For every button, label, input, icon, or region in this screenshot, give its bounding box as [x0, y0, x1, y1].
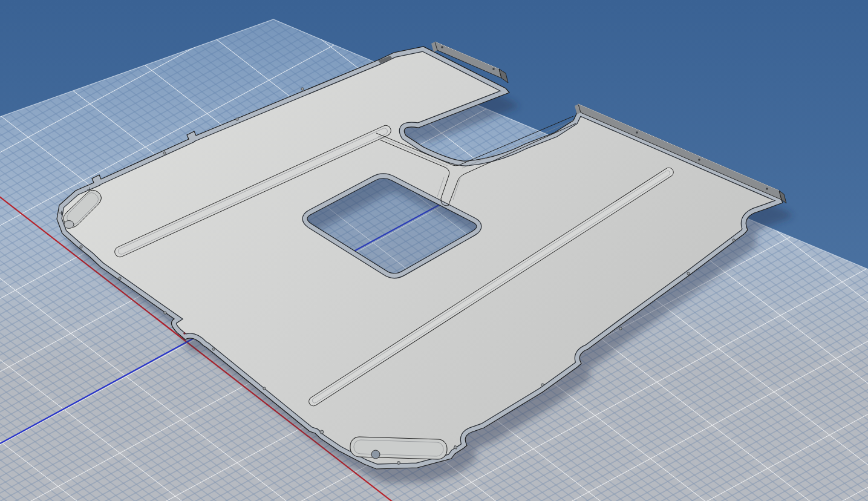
corner-pocket-disc — [64, 221, 74, 229]
bottom-pocket — [350, 436, 448, 459]
cad-viewport[interactable] — [0, 0, 868, 501]
origin-point[interactable] — [183, 332, 186, 335]
viewport-canvas[interactable] — [0, 0, 868, 501]
pocket-hole — [371, 450, 380, 459]
